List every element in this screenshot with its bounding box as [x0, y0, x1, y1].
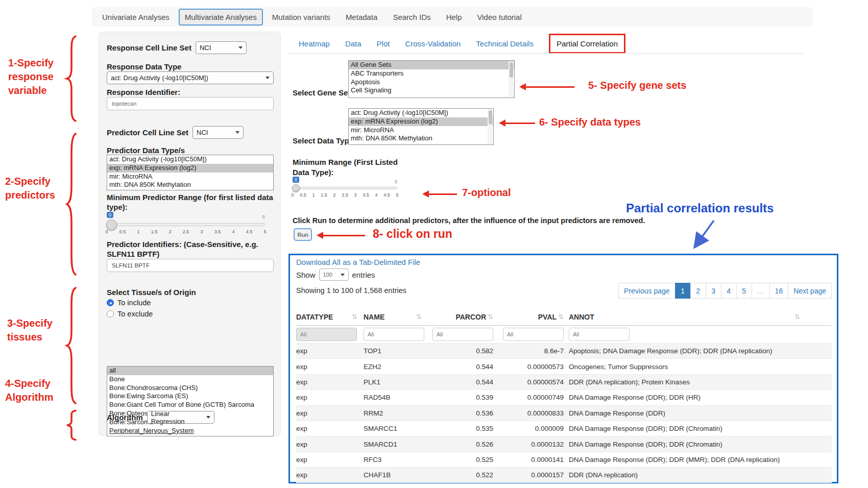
table-row[interactable]: expCHAF1B0.5220.0000157DDR (DNA replicat…: [296, 467, 832, 482]
page-button-16[interactable]: 16: [769, 283, 789, 299]
response-data-type-select[interactable]: act: Drug Activity (-log10[IC50M]): [107, 71, 274, 84]
list-item[interactable]: Apoptosis: [349, 78, 514, 87]
page-button-5[interactable]: 5: [736, 283, 752, 299]
column-header-annot[interactable]: ANNOT⇅: [565, 313, 832, 321]
filter-datatype-input[interactable]: [296, 328, 357, 341]
nav-tab-multivariate-analyses[interactable]: Multivariate Analyses: [179, 9, 263, 26]
brace-response-section: [64, 33, 77, 125]
column-header-pval[interactable]: PVAL⇅: [494, 313, 565, 321]
tissue-include-radio[interactable]: [107, 299, 114, 306]
chevron-down-icon: [238, 46, 243, 49]
tab-cross-validation[interactable]: Cross-Validation: [405, 39, 461, 48]
table-row[interactable]: expRRM20.5360.00000833DNA Damage Respons…: [296, 405, 832, 421]
list-item[interactable]: Peripheral_Nervous_System: [107, 427, 273, 435]
run-button[interactable]: Run: [294, 228, 312, 241]
next-page-button[interactable]: Next page: [788, 283, 832, 299]
list-item[interactable]: act: Drug Activity (-log10[IC50M]): [107, 155, 273, 164]
annotation-step3: 3-Specifytissues: [7, 316, 53, 344]
list-item[interactable]: All Gene Sets: [349, 61, 514, 69]
table-row[interactable]: expPLK10.5440.00000574DDR (DNA replicati…: [296, 374, 832, 389]
page-button-2[interactable]: 2: [690, 283, 706, 299]
download-link[interactable]: Download All as a Tab-Delimited File: [296, 258, 420, 266]
column-header-name[interactable]: NAME⇅: [364, 313, 428, 321]
page-button-4[interactable]: 4: [721, 283, 737, 299]
table-row[interactable]: expRAD54B0.5390.00000749DNA Damage Respo…: [296, 389, 832, 405]
chevron-down-icon: [266, 77, 270, 79]
previous-page-button[interactable]: Previous page: [618, 283, 676, 299]
list-item[interactable]: mth: DNA 850K Methylation: [107, 181, 273, 189]
min-range-slider[interactable]: 0 5 00.511.522.533.544.55: [293, 177, 397, 201]
scrollbar[interactable]: [509, 61, 514, 97]
list-item[interactable]: act: Drug Activity (-log10[IC50M]): [349, 109, 493, 117]
nav-tab-search-ids[interactable]: Search IDs: [387, 9, 437, 26]
list-item[interactable]: Bone:Giant Cell Tumor of Bone (GCTB) Sar…: [107, 401, 273, 409]
tab-heatmap[interactable]: Heatmap: [299, 39, 330, 48]
column-header-parcor[interactable]: PARCOR⇅: [428, 313, 494, 321]
page-ellipsis: …: [752, 283, 770, 299]
table-row[interactable]: expRFC30.5250.0000141DNA Damage Response…: [296, 452, 832, 467]
slider-track[interactable]: [293, 187, 397, 189]
sort-icon[interactable]: ⇅: [558, 313, 564, 321]
table-filter-row: [296, 326, 832, 343]
table-row[interactable]: expTOP10.5828.6e-7Apoptosis; DNA Damage …: [296, 343, 832, 358]
annotation-step4: 4-SpecifyAlgorithm: [5, 377, 53, 404]
tissue-listbox[interactable]: all Bone Bone:Chondrosarcoma (CHS) Bone:…: [107, 366, 274, 436]
predictor-data-types-listbox[interactable]: act: Drug Activity (-log10[IC50M]) exp: …: [107, 155, 274, 190]
filter-pval-input[interactable]: [503, 328, 564, 341]
page-button-3[interactable]: 3: [706, 283, 721, 299]
nav-tab-metadata[interactable]: Metadata: [340, 9, 384, 26]
entries-select[interactable]: 100: [319, 269, 349, 281]
nav-tab-mutation-variants[interactable]: Mutation variants: [266, 9, 336, 26]
top-navigation: Univariate Analyses Multivariate Analyse…: [92, 7, 813, 27]
list-item[interactable]: Bone:Ewing Sarcoma (ES): [107, 392, 273, 401]
filter-name-input[interactable]: [364, 328, 424, 341]
list-item[interactable]: Bone: [107, 375, 273, 384]
table-row[interactable]: expSMARCD10.5260.0000132DNA Damage Respo…: [296, 436, 832, 451]
scrollbar[interactable]: [488, 109, 493, 144]
list-item[interactable]: exp: mRNA Expression (log2): [107, 164, 273, 173]
min-predictor-range-label: Minimum Predictor Range (for first liste…: [107, 192, 274, 212]
min-predictor-range-slider[interactable]: 0 5 00.511.522.533.544.55: [107, 212, 265, 237]
sort-icon[interactable]: ⇅: [352, 313, 357, 321]
list-item[interactable]: mir: MicroRNA: [349, 126, 493, 135]
slider-max-label: 5: [395, 179, 397, 184]
predictor-identifiers-input[interactable]: SLFN11 BPTF: [107, 259, 274, 272]
response-identifier-input[interactable]: topotecan: [107, 97, 274, 110]
filter-parcor-input[interactable]: [432, 328, 493, 341]
table-body: expTOP10.5828.6e-7Apoptosis; DNA Damage …: [296, 343, 832, 483]
slider-handle[interactable]: [292, 184, 300, 192]
table-row[interactable]: expSMARCC10.5350.000009DNA Damage Respon…: [296, 421, 832, 436]
list-item[interactable]: ABC Transporters: [349, 69, 514, 78]
sort-icon[interactable]: ⇅: [488, 313, 493, 321]
column-header-datatype[interactable]: DATATYPE⇅: [296, 313, 364, 321]
tab-plot[interactable]: Plot: [377, 39, 390, 48]
slider-track[interactable]: [107, 223, 265, 226]
gene-sets-listbox[interactable]: All Gene Sets ABC Transporters Apoptosis…: [348, 60, 515, 98]
show-label: Show: [296, 271, 316, 279]
nav-tab-univariate-analyses[interactable]: Univariate Analyses: [96, 9, 176, 26]
tabs-divider: [288, 53, 804, 54]
filter-annot-input[interactable]: [569, 328, 630, 341]
predictor-cell-line-select[interactable]: NCI: [192, 126, 244, 139]
pagination: Previous page 1 2 3 4 5 … 16 Next page: [619, 283, 832, 299]
table-row[interactable]: expEZH20.5440.00000573Oncogenes; Tumor S…: [296, 358, 832, 374]
response-cell-line-select[interactable]: NCI: [196, 41, 247, 54]
page-button-1[interactable]: 1: [675, 283, 691, 299]
slider-handle[interactable]: [106, 219, 117, 230]
data-types-listbox[interactable]: act: Drug Activity (-log10[IC50M]) exp: …: [348, 108, 494, 145]
nav-tab-video-tutorial[interactable]: Video tutorial: [471, 9, 527, 26]
algorithm-select[interactable]: Linear Regression: [147, 411, 214, 424]
list-item[interactable]: mth: DNA 850K Methylation: [349, 134, 493, 143]
list-item[interactable]: exp: mRNA Expression (log2): [349, 117, 493, 126]
nav-tab-help[interactable]: Help: [440, 9, 468, 26]
list-item[interactable]: all: [107, 367, 273, 375]
list-item[interactable]: mir: MicroRNA: [107, 173, 273, 181]
tissue-exclude-radio[interactable]: [107, 310, 114, 318]
sort-icon[interactable]: ⇅: [794, 313, 800, 321]
tab-data[interactable]: Data: [345, 39, 361, 48]
tab-partial-correlation[interactable]: Partial Correlation: [549, 34, 625, 54]
tab-technical-details[interactable]: Technical Details: [476, 39, 534, 48]
list-item[interactable]: Bone:Chondrosarcoma (CHS): [107, 384, 273, 393]
sort-icon[interactable]: ⇅: [416, 313, 422, 321]
list-item[interactable]: Cell Signaling: [349, 86, 514, 95]
